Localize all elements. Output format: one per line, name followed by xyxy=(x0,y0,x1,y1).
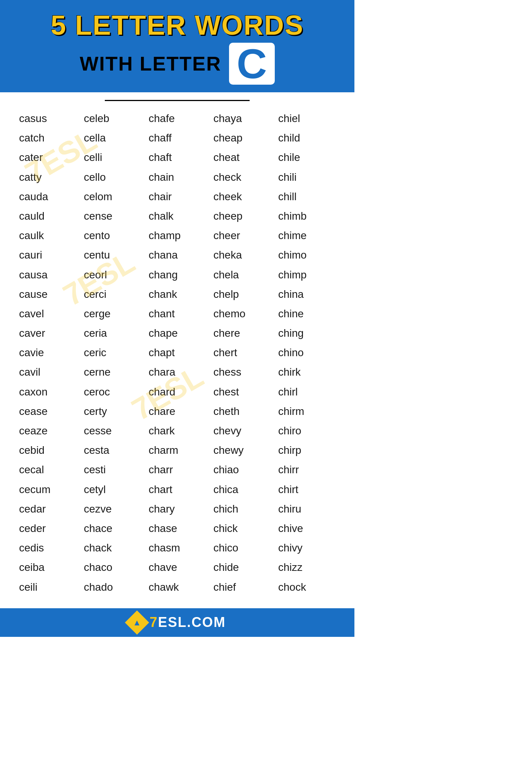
word-item: cello xyxy=(80,167,145,187)
word-item: chief xyxy=(210,577,274,597)
word-item: child xyxy=(274,128,339,148)
word-item: chizz xyxy=(274,558,339,577)
main-title: 5 LETTER WORDS xyxy=(15,11,339,39)
word-item: cease xyxy=(15,402,80,421)
footer-site: 7ESL.COM xyxy=(149,614,226,630)
header: 5 LETTER WORDS WITH LETTER C xyxy=(0,0,354,92)
word-item: chiru xyxy=(274,499,339,519)
word-item: chaft xyxy=(145,148,210,167)
word-item: cezve xyxy=(80,499,145,519)
content-area: 7ESL 7ESL 7ESL casuscatchcatercattycauda… xyxy=(0,92,354,604)
word-item: chirp xyxy=(274,440,339,460)
word-item: cavel xyxy=(15,304,80,323)
divider xyxy=(105,100,250,101)
word-item: chain xyxy=(145,167,210,187)
word-item: chiao xyxy=(210,460,274,479)
word-item: cerne xyxy=(80,362,145,382)
word-item: cecum xyxy=(15,480,80,499)
word-item: chasm xyxy=(145,538,210,558)
word-item: chaco xyxy=(80,558,145,577)
word-item: chemo xyxy=(210,304,274,323)
word-item: ceiba xyxy=(15,558,80,577)
word-item: cebid xyxy=(15,440,80,460)
word-item: chock xyxy=(274,577,339,597)
word-item: chase xyxy=(145,519,210,538)
word-item: cetyl xyxy=(80,480,145,499)
word-item: ceorl xyxy=(80,265,145,284)
word-item: cerci xyxy=(80,284,145,304)
word-item: chard xyxy=(145,382,210,402)
word-item: chimb xyxy=(274,206,339,226)
word-item: chark xyxy=(145,421,210,440)
word-item: chick xyxy=(210,519,274,538)
word-item: cense xyxy=(80,206,145,226)
word-item: chimo xyxy=(274,245,339,265)
footer: ▲ 7ESL.COM xyxy=(0,608,354,637)
word-item: chewy xyxy=(210,440,274,460)
word-item: charr xyxy=(145,460,210,479)
word-item: chino xyxy=(274,343,339,362)
word-item: cella xyxy=(80,128,145,148)
word-item: chara xyxy=(145,362,210,382)
word-item: cento xyxy=(80,226,145,245)
word-item: cheep xyxy=(210,206,274,226)
word-item: chape xyxy=(145,323,210,343)
word-item: cesti xyxy=(80,460,145,479)
word-item: certy xyxy=(80,402,145,421)
subtitle-row: WITH LETTER C xyxy=(15,43,339,85)
word-item: chert xyxy=(210,343,274,362)
word-item: cedis xyxy=(15,538,80,558)
word-item: ceder xyxy=(15,519,80,538)
word-item: chang xyxy=(145,265,210,284)
word-item: chide xyxy=(210,558,274,577)
word-column-5: chielchildchilechilichillchimbchimechimo… xyxy=(274,109,339,597)
word-item: chaff xyxy=(145,128,210,148)
word-item: chess xyxy=(210,362,274,382)
word-item: cecal xyxy=(15,460,80,479)
word-item: cauda xyxy=(15,187,80,206)
word-item: chaya xyxy=(210,109,274,128)
word-item: ceili xyxy=(15,577,80,597)
word-item: chare xyxy=(145,402,210,421)
word-item: check xyxy=(210,167,274,187)
word-item: centu xyxy=(80,245,145,265)
word-item: chave xyxy=(145,558,210,577)
word-item: chado xyxy=(80,577,145,597)
word-item: chirr xyxy=(274,460,339,479)
word-item: cause xyxy=(15,284,80,304)
word-item: charm xyxy=(145,440,210,460)
word-column-2: celebcellacellicellocelomcensecentocentu… xyxy=(80,109,145,597)
word-item: cavie xyxy=(15,343,80,362)
word-item: chine xyxy=(274,304,339,323)
word-item: cauri xyxy=(15,245,80,265)
word-item: celli xyxy=(80,148,145,167)
word-item: chace xyxy=(80,519,145,538)
word-item: cheer xyxy=(210,226,274,245)
word-item: celeb xyxy=(80,109,145,128)
word-item: chant xyxy=(145,304,210,323)
word-item: chapt xyxy=(145,343,210,362)
word-item: chair xyxy=(145,187,210,206)
word-item: cedar xyxy=(15,499,80,519)
word-item: cater xyxy=(15,148,80,167)
word-item: cheka xyxy=(210,245,274,265)
word-item: chary xyxy=(145,499,210,519)
word-item: chelp xyxy=(210,284,274,304)
word-column-4: chayacheapcheatcheckcheekcheepcheercheka… xyxy=(210,109,274,597)
word-item: chivy xyxy=(274,538,339,558)
word-item: ceria xyxy=(80,323,145,343)
word-grid: 7ESL 7ESL 7ESL casuscatchcatercattycauda… xyxy=(15,109,339,597)
word-item: chich xyxy=(210,499,274,519)
word-item: chiel xyxy=(274,109,339,128)
word-item: catty xyxy=(15,167,80,187)
word-item: chevy xyxy=(210,421,274,440)
word-item: caver xyxy=(15,323,80,343)
word-item: chive xyxy=(274,519,339,538)
word-item: cesse xyxy=(80,421,145,440)
word-column-1: casuscatchcatercattycaudacauldcaulkcauri… xyxy=(15,109,80,597)
word-item: chart xyxy=(145,480,210,499)
word-item: celom xyxy=(80,187,145,206)
word-item: ceric xyxy=(80,343,145,362)
subtitle-text: WITH LETTER xyxy=(80,52,221,75)
word-item: cavil xyxy=(15,362,80,382)
